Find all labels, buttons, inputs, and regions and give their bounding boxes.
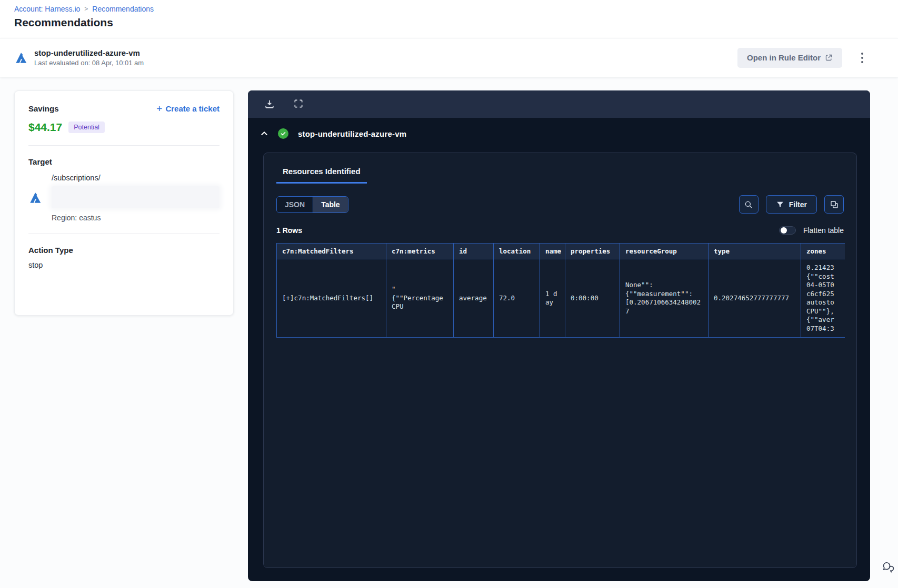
page-title: Recommendations bbox=[14, 16, 113, 29]
target-path: /subscriptions/ bbox=[52, 174, 219, 182]
divider bbox=[28, 234, 219, 234]
tab-resources-identified[interactable]: Resources Identified bbox=[276, 165, 367, 184]
fullscreen-icon[interactable] bbox=[293, 98, 305, 110]
copy-button[interactable] bbox=[824, 195, 844, 214]
plus-icon: + bbox=[156, 104, 162, 114]
table-cell: 0.20274652777777777 bbox=[709, 259, 801, 338]
collapse-section-icon[interactable] bbox=[260, 129, 268, 138]
rows-count: 1 Rows bbox=[276, 226, 302, 235]
table-cell: " {""Percentage CPU bbox=[386, 259, 454, 338]
resources-card: Resources Identified JSON Table bbox=[263, 153, 857, 568]
rule-output-panel: stop-underutilized-azure-vm Resources Id… bbox=[248, 90, 870, 581]
breadcrumb-separator-icon: > bbox=[84, 5, 88, 13]
copy-icon bbox=[830, 200, 839, 209]
download-icon[interactable] bbox=[264, 98, 275, 110]
azure-icon bbox=[14, 51, 28, 65]
action-type-value: stop bbox=[28, 261, 219, 269]
recommendation-header: stop-underutilized-azure-vm Last evaluat… bbox=[0, 38, 898, 77]
recommendation-summary-card: Savings + Create a ticket $44.17 Potenti… bbox=[14, 90, 234, 316]
filter-button[interactable]: Filter bbox=[766, 195, 817, 214]
rule-name: stop-underutilized-azure-vm bbox=[34, 48, 144, 57]
view-mode-toggle: JSON Table bbox=[276, 196, 348, 213]
search-icon bbox=[744, 200, 753, 209]
column-header: id bbox=[454, 244, 494, 259]
azure-icon bbox=[28, 191, 42, 205]
open-rule-editor-button[interactable]: Open in Rule Editor bbox=[737, 48, 842, 68]
flatten-table-label: Flatten table bbox=[803, 226, 844, 235]
filter-icon bbox=[776, 200, 784, 209]
table-row: [+]c7n:MatchedFilters[] " {""Percentage … bbox=[277, 259, 845, 338]
view-json-button[interactable]: JSON bbox=[277, 197, 313, 212]
create-ticket-button[interactable]: + Create a ticket bbox=[156, 104, 219, 114]
savings-potential-badge: Potential bbox=[68, 121, 105, 133]
panel-toolbar bbox=[248, 90, 870, 118]
flatten-table-toggle[interactable] bbox=[779, 226, 796, 235]
table-cell: 0:00:00 bbox=[565, 259, 620, 338]
matched-filters-expand-link[interactable]: [+]c7n:MatchedFilters[] bbox=[277, 259, 386, 338]
column-header: properties bbox=[565, 244, 620, 259]
search-button[interactable] bbox=[739, 195, 759, 214]
breadcrumb-account-link[interactable]: Account: Harness.io bbox=[14, 5, 80, 13]
redacted-target-details bbox=[52, 186, 219, 208]
column-header: zones bbox=[801, 244, 845, 259]
status-success-icon bbox=[278, 128, 288, 139]
chat-icon[interactable] bbox=[880, 561, 895, 575]
view-table-button[interactable]: Table bbox=[313, 197, 348, 212]
column-header: c7n:metrics bbox=[386, 244, 454, 259]
resources-table: c7n:MatchedFilters c7n:metrics id locati… bbox=[276, 243, 845, 338]
table-cell: 72.0 bbox=[494, 259, 540, 338]
divider bbox=[28, 145, 219, 146]
panel-rule-name: stop-underutilized-azure-vm bbox=[298, 129, 406, 138]
last-evaluated-text: Last evaluated on: 08 Apr, 10:01 am bbox=[34, 59, 144, 67]
breadcrumb-recommendations-link[interactable]: Recommendations bbox=[92, 5, 154, 13]
target-region: Region: eastus bbox=[52, 214, 219, 222]
savings-amount: $44.17 bbox=[28, 121, 62, 134]
more-options-button[interactable] bbox=[856, 50, 869, 66]
table-header-row: c7n:MatchedFilters c7n:metrics id locati… bbox=[277, 244, 845, 259]
table-cell: None"": {""measurement"": [0.20671066342… bbox=[620, 259, 709, 338]
action-type-label: Action Type bbox=[28, 246, 219, 255]
column-header: type bbox=[709, 244, 801, 259]
table-cell: average bbox=[454, 259, 494, 338]
column-header: location bbox=[494, 244, 540, 259]
column-header: resourceGroup bbox=[620, 244, 709, 259]
breadcrumb: Account: Harness.io > Recommendations bbox=[14, 5, 154, 13]
table-cell: 0.21423 {""cost 04-05T0 c6cf625 autosto … bbox=[801, 259, 845, 338]
target-label: Target bbox=[28, 157, 219, 166]
column-header: c7n:MatchedFilters bbox=[277, 244, 386, 259]
resources-table-container: c7n:MatchedFilters c7n:metrics id locati… bbox=[276, 243, 845, 338]
top-bar: Account: Harness.io > Recommendations Re… bbox=[0, 0, 898, 38]
external-link-icon bbox=[825, 54, 833, 62]
column-header: name bbox=[540, 244, 565, 259]
savings-label: Savings bbox=[28, 104, 59, 113]
table-cell: 1 day bbox=[540, 259, 565, 338]
